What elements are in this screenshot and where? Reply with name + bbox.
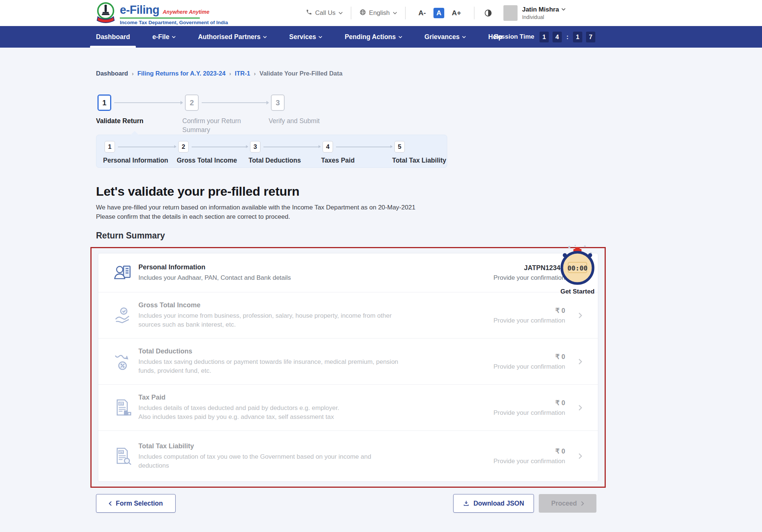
summary-row-status: Provide your confirmation <box>468 409 565 417</box>
summary-row-title: Total Deductions <box>138 347 399 355</box>
breadcrumb-filing-returns[interactable]: Filing Returns for A.Y. 2023-24 <box>137 70 225 77</box>
user-block[interactable]: Jatin Mishra Individual <box>522 6 566 21</box>
summary-row-description: Includes your income from business, prof… <box>138 311 399 329</box>
substep-5: 5 <box>394 141 405 153</box>
nav-authorised-partners[interactable]: Authorised Partners <box>198 26 267 48</box>
stepper-connector <box>263 147 320 147</box>
nav-services[interactable]: Services <box>289 26 322 48</box>
substep-3: 3 <box>250 141 260 153</box>
logo-divider <box>120 17 200 19</box>
substep-label: Total Tax Liability <box>392 157 446 164</box>
chevron-right-icon: › <box>229 70 231 77</box>
proceed-button[interactable]: Proceed <box>539 494 596 513</box>
form-selection-button[interactable]: Form Selection <box>96 494 176 513</box>
main-stepper: 1 2 3 Validate Return Confirm your Retur… <box>96 94 356 129</box>
brand-name: e-Filing <box>120 3 159 17</box>
user-name: Jatin Mishra <box>522 6 559 13</box>
chevron-down-icon <box>263 36 267 38</box>
stopwatch-icon: 00:00 <box>556 281 599 287</box>
chevron-down-icon <box>339 12 343 15</box>
download-json-button[interactable]: Download JSON <box>453 494 534 513</box>
highlighted-summary-panel: Personal Information Includes your Aadha… <box>90 247 606 488</box>
nav-pending-actions[interactable]: Pending Actions <box>345 26 402 48</box>
substep-label: Gross Total Income <box>177 157 237 164</box>
divider <box>351 7 351 19</box>
summary-row-gross-total-income[interactable]: Gross Total Income Includes your income … <box>98 292 598 338</box>
substep-label: Total Deductions <box>249 157 301 164</box>
summary-row-value: ₹ 0 <box>468 307 565 315</box>
chevron-right-icon <box>576 358 585 365</box>
chevron-down-icon <box>318 36 322 38</box>
brand-tagline: Anywhere Anytime <box>163 9 209 15</box>
national-emblem-icon <box>95 1 116 26</box>
nav-grievances[interactable]: Grievances <box>425 26 466 48</box>
summary-row-description: Includes your Aadhaar, PAN, Contact and … <box>138 273 291 282</box>
summary-row-status: Provide your confirmation <box>468 317 565 324</box>
breadcrumb-dashboard[interactable]: Dashboard <box>96 70 128 77</box>
page-title: Let's validate your pre-filled return <box>96 184 762 199</box>
tax-document-coins-icon: TAX <box>113 398 133 418</box>
call-us-label: Call Us <box>315 9 336 17</box>
substep-4: 4 <box>323 141 333 153</box>
nav-e-file[interactable]: e-File <box>152 26 176 48</box>
summary-row-total-tax-liability[interactable]: TAX Total Tax Liability Includes computa… <box>98 430 598 481</box>
chevron-right-icon <box>576 404 585 411</box>
top-header: e-Filing Anywhere Anytime Income Tax Dep… <box>0 0 762 26</box>
divider <box>405 7 406 19</box>
summary-row-value: JATPN1234U <box>468 264 565 272</box>
breadcrumb-itr1[interactable]: ITR-1 <box>235 70 250 77</box>
font-increase-button[interactable]: A+ <box>449 8 463 18</box>
chevron-down-icon <box>462 36 466 38</box>
return-summary-heading: Return Summary <box>96 231 762 241</box>
step-label: Verify and Submit <box>269 117 320 126</box>
substep-1: 1 <box>105 141 115 153</box>
summary-row-personal-information[interactable]: Personal Information Includes your Aadha… <box>98 253 598 292</box>
chevron-right-icon: › <box>132 70 134 77</box>
user-avatar[interactable] <box>503 5 518 21</box>
breadcrumb: Dashboard › Filing Returns for A.Y. 2023… <box>96 48 762 77</box>
efiling-logo[interactable]: e-Filing Anywhere Anytime Income Tax Dep… <box>95 1 228 26</box>
divider <box>474 7 474 19</box>
chevron-right-icon <box>576 453 585 459</box>
chevron-right-icon: › <box>254 70 256 77</box>
summary-row-title: Personal Information <box>138 263 291 271</box>
page-description-line2: Please confirm that the details in each … <box>96 213 290 220</box>
svg-text:00:00: 00:00 <box>567 264 587 272</box>
summary-list: Personal Information Includes your Aadha… <box>98 253 598 482</box>
main-content: Dashboard › Filing Returns for A.Y. 2023… <box>0 48 762 513</box>
tax-document-search-icon: TAX <box>113 446 133 466</box>
step-3-verify-submit: 3 <box>271 94 285 111</box>
chevron-down-icon <box>393 12 397 15</box>
step-2-confirm-summary: 2 <box>185 94 199 111</box>
font-decrease-button[interactable]: A- <box>416 8 428 18</box>
header-actions: Call Us English A- A A+ Jatin Mishra <box>306 0 566 26</box>
substep-2: 2 <box>178 141 189 153</box>
summary-row-total-deductions[interactable]: Total Deductions Includes tax saving ded… <box>98 338 598 384</box>
session-digit: 7 <box>586 32 595 42</box>
nav-dashboard[interactable]: Dashboard <box>96 26 130 48</box>
summary-row-description: Includes tax saving deductions or paymen… <box>138 358 399 375</box>
call-us-menu[interactable]: Call Us <box>306 9 343 17</box>
user-role: Individual <box>522 14 566 21</box>
download-icon <box>463 500 470 507</box>
globe-icon <box>359 9 366 17</box>
deduction-trend-coin-icon <box>113 352 133 372</box>
main-navigation: Dashboard e-File Authorised Partners Ser… <box>0 26 762 48</box>
section-stepper: 1 2 3 4 5 Personal Information Gross Tot… <box>96 135 447 168</box>
language-menu[interactable]: English <box>359 9 397 17</box>
hand-coin-icon <box>113 305 133 326</box>
session-time-label: Session Time <box>494 33 534 41</box>
font-normal-button[interactable]: A <box>433 8 445 18</box>
stepper-connector <box>192 147 248 147</box>
chevron-right-icon <box>576 312 585 319</box>
summary-row-title: Gross Total Income <box>138 301 399 309</box>
contrast-toggle-icon[interactable] <box>484 9 492 17</box>
footer-actions: Form Selection Download JSON Proceed <box>96 494 596 513</box>
get-started-timer: 00:00 Get Started <box>554 244 601 295</box>
session-digit: 1 <box>573 32 582 42</box>
summary-row-tax-paid[interactable]: TAX Tax Paid Includes details of taxes d… <box>98 384 598 430</box>
stepper-connector <box>114 102 183 103</box>
summary-row-description: Includes details of taxes deducted and p… <box>138 404 339 422</box>
chevron-down-icon <box>172 36 176 38</box>
step-label: Validate Return <box>96 117 143 126</box>
